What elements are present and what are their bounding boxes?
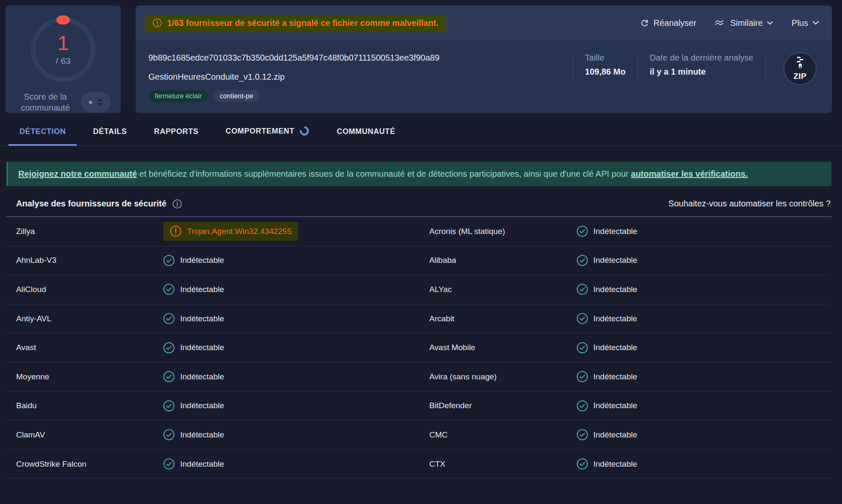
vote-carets-icon[interactable]	[97, 98, 103, 106]
check-circle-icon	[577, 342, 588, 354]
check-circle-icon	[163, 255, 175, 266]
join-community-banner: Rejoignez notre communauté et bénéficiez…	[6, 162, 831, 186]
detection-arc-marker	[56, 15, 70, 25]
vote-down-icon[interactable]	[97, 103, 103, 106]
detection-score-donut: 1 / 63	[31, 17, 95, 82]
reanalyze-label: Réanalyser	[653, 18, 696, 28]
detection-count: 1	[58, 33, 69, 53]
automate-controls-prompt[interactable]: Souhaitez-vous automatiser les contrôles…	[669, 199, 831, 209]
vendor-name: AliCloud	[16, 285, 163, 294]
tab-behavior-label: COMPORTEMENT	[226, 127, 294, 136]
table-cell-pair: Baidu Indétectable	[6, 392, 418, 420]
tab-details[interactable]: DÉTAILS	[82, 127, 138, 145]
vendor-result: Indétectable	[163, 429, 224, 440]
table-cell-pair: Arcabit Indétectable	[418, 304, 832, 333]
tab-behavior[interactable]: COMPORTEMENT	[215, 126, 321, 145]
vote-dot-icon	[89, 101, 92, 104]
chevron-down-icon	[812, 21, 819, 25]
file-name[interactable]: GestionHeuresConduite_v1.0.12.zip	[148, 72, 440, 82]
result-text: Indétectable	[594, 343, 638, 352]
last-analysis-label: Date de la dernière analyse	[650, 53, 753, 63]
table-cell-pair: AliCloud Indétectable	[6, 275, 418, 304]
status-icon	[577, 458, 588, 470]
vendor-table-rows: Zillya Trojan.Agent.Win32.4342255 Acroni…	[6, 217, 831, 479]
status-icon	[577, 400, 588, 412]
table-cell-pair: Antiy-AVL Indétectable	[6, 304, 418, 333]
check-circle-icon	[163, 313, 175, 324]
vote-up-icon[interactable]	[97, 98, 103, 101]
tab-detection[interactable]: DÉTECTION	[8, 127, 77, 145]
automate-checks-link[interactable]: automatiser les vérifications.	[631, 169, 748, 178]
result-text: Indétectable	[594, 314, 638, 323]
table-row: Baidu Indétectable BitDefender Indétecta…	[6, 392, 831, 421]
status-icon	[577, 284, 588, 295]
status-icon	[577, 371, 588, 382]
table-cell-pair: Zillya Trojan.Agent.Win32.4342255	[6, 217, 418, 246]
vendor-name: Zillya	[16, 227, 163, 236]
vendor-result: Indétectable	[577, 371, 638, 382]
result-text: Indétectable	[180, 372, 224, 381]
status-icon	[163, 342, 175, 354]
vendor-name: CMC	[429, 430, 577, 440]
info-icon[interactable]	[173, 199, 182, 209]
tab-reports-label: RAPPORTS	[154, 127, 198, 136]
tab-details-label: DÉTAILS	[93, 127, 127, 136]
status-icon	[163, 400, 175, 412]
divider	[573, 55, 573, 82]
result-text: Indétectable	[594, 430, 638, 440]
tab-community[interactable]: COMMUNAUTÉ	[326, 127, 406, 145]
vendor-result: Indétectable	[163, 458, 224, 470]
warning-circle-icon	[170, 226, 181, 237]
result-text: Indétectable	[180, 343, 224, 352]
vendor-result: Trojan.Agent.Win32.4342255	[163, 222, 298, 241]
file-hash[interactable]: 9b89c1685edce701033c7b350c0dd125a5f947c4…	[148, 53, 440, 63]
last-analysis-value: il y a 1 minute	[650, 67, 753, 77]
vendor-name: Avira (sans nuage)	[429, 372, 577, 381]
table-cell-pair: Acronis (ML statique) Indétectable	[418, 217, 832, 246]
table-row: Moyenne Indétectable Avira (sans nuage) …	[6, 362, 831, 392]
reanalyze-button[interactable]: Réanalyser	[640, 18, 696, 28]
result-text: Indétectable	[594, 372, 638, 381]
warning-text: 1/63 fournisseur de sécurité a signalé c…	[167, 18, 438, 28]
divider	[765, 55, 766, 82]
community-vote-widget[interactable]	[81, 92, 111, 112]
tab-detection-label: DÉTECTION	[20, 127, 66, 136]
status-icon	[577, 255, 588, 266]
vendor-name: CrowdStrike Falcon	[16, 459, 163, 469]
check-circle-icon	[577, 226, 588, 237]
zipper-icon	[795, 57, 805, 71]
result-text: Indétectable	[180, 430, 224, 440]
vendor-result: Indétectable	[577, 429, 638, 440]
status-icon	[163, 284, 175, 295]
table-cell-pair: CMC Indétectable	[418, 420, 832, 449]
vendor-name: ALYac	[429, 285, 577, 294]
table-row: Antiy-AVL Indétectable Arcabit Indétecta…	[6, 304, 831, 334]
tag-zip[interactable]: fermeture éclair	[148, 90, 208, 102]
status-icon	[577, 342, 588, 354]
check-circle-icon	[163, 458, 175, 470]
file-type-badge: ZIP	[783, 52, 817, 85]
similar-button[interactable]: Similaire	[715, 18, 773, 28]
result-text: Indétectable	[594, 227, 638, 236]
status-icon	[163, 255, 175, 266]
community-banner-text: et bénéficiez d'informations supplémenta…	[137, 169, 631, 178]
vendor-result: Indétectable	[577, 400, 638, 412]
vendor-result: Indétectable	[163, 400, 224, 412]
vendor-name: AhnLab-V3	[16, 256, 163, 265]
status-icon	[163, 371, 175, 382]
vendor-name: Arcabit	[429, 314, 577, 323]
tab-reports[interactable]: RAPPORTS	[143, 127, 209, 145]
malicious-warning-banner: 1/63 fournisseur de sécurité a signalé c…	[145, 15, 446, 31]
join-community-link[interactable]: Rejoignez notre communauté	[18, 169, 137, 178]
tag-contains-pe[interactable]: contient-pe	[213, 90, 259, 102]
detection-total: / 63	[56, 56, 70, 66]
check-circle-icon	[577, 313, 588, 324]
file-type-label: ZIP	[793, 72, 806, 81]
table-cell-pair: Avast Indétectable	[6, 333, 418, 362]
more-button[interactable]: Plus	[792, 18, 819, 28]
status-icon	[163, 429, 175, 440]
vendor-name: Alibaba	[429, 256, 577, 265]
vendor-result: Indétectable	[577, 313, 638, 324]
size-value: 109,86 Mo	[585, 67, 626, 77]
vendor-name: Acronis (ML statique)	[429, 227, 577, 236]
